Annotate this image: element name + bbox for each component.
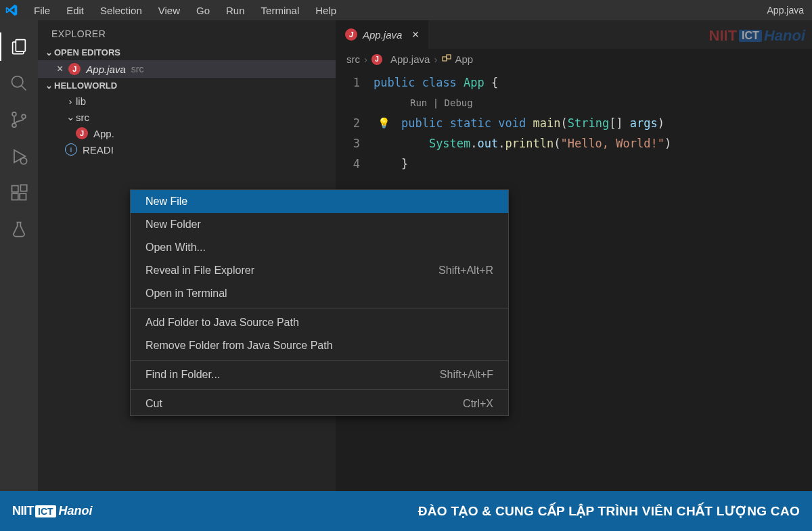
folder-label: lib xyxy=(76,95,86,107)
line-number: 2 xyxy=(336,113,374,133)
sidebar-title: EXPLORER xyxy=(38,20,336,45)
svg-point-5 xyxy=(22,114,26,118)
chevron-down-icon: ⌄ xyxy=(43,80,54,91)
workspace-name: HELLOWORLD xyxy=(54,80,117,91)
chevron-right-icon: › xyxy=(364,53,367,65)
svg-point-1 xyxy=(12,76,23,87)
editor-tab[interactable]: J App.java × xyxy=(336,20,428,49)
menubar: File Edit Selection View Go Run Terminal… xyxy=(0,0,812,20)
menu-help[interactable]: Help xyxy=(307,5,344,16)
footer-logo: NIIT ICT Hanoi xyxy=(12,504,93,518)
menu-edit[interactable]: Edit xyxy=(58,5,92,16)
svg-rect-12 xyxy=(443,57,447,61)
watermark-logo: NIIT ICT Hanoi xyxy=(709,27,805,45)
ctx-find-in-folder[interactable]: Find in Folder...Shift+Alt+F xyxy=(131,363,508,386)
svg-point-4 xyxy=(12,123,16,127)
class-symbol-icon xyxy=(441,53,452,66)
svg-rect-0 xyxy=(16,40,25,52)
ctx-reveal-explorer[interactable]: Reveal in File ExplorerShift+Alt+R xyxy=(131,259,508,282)
svg-rect-11 xyxy=(20,185,26,191)
open-editor-filename: App.java xyxy=(86,64,125,75)
java-file-icon: J xyxy=(371,54,382,65)
source-control-icon[interactable] xyxy=(9,110,29,130)
code-lens[interactable]: Run | Debug xyxy=(336,93,812,113)
folder-label: src xyxy=(76,112,89,123)
line-number: 1 xyxy=(336,72,374,93)
run-debug-icon[interactable] xyxy=(9,146,29,166)
workspace-header[interactable]: ⌄ HELLOWORLD xyxy=(38,78,336,93)
search-icon[interactable] xyxy=(9,73,29,93)
close-icon[interactable]: × xyxy=(57,63,63,75)
footer-text: ĐÀO TẠO & CUNG CẤP LẬP TRÌNH VIÊN CHẤT L… xyxy=(418,503,800,519)
line-number: 3 xyxy=(336,133,374,154)
context-menu: New File New Folder Open With... Reveal … xyxy=(130,189,509,416)
breadcrumb[interactable]: src › J App.java › App xyxy=(336,49,812,70)
close-icon[interactable]: × xyxy=(411,28,419,42)
open-editor-item[interactable]: × J App.java src xyxy=(38,60,336,78)
svg-line-2 xyxy=(22,86,26,91)
java-file-icon: J xyxy=(76,127,88,139)
menu-items: File Edit Selection View Go Run Terminal… xyxy=(26,5,344,16)
java-file-icon: J xyxy=(68,63,81,75)
chevron-down-icon: ⌄ xyxy=(65,111,76,123)
breadcrumb-file[interactable]: App.java xyxy=(390,53,430,65)
breadcrumb-class[interactable]: App xyxy=(455,53,473,65)
menu-selection[interactable]: Selection xyxy=(92,5,150,16)
menu-go[interactable]: Go xyxy=(188,5,218,16)
file-app-java[interactable]: J App. xyxy=(38,125,336,141)
breadcrumb-folder[interactable]: src xyxy=(346,53,360,65)
folder-src[interactable]: ⌄ src xyxy=(38,109,336,125)
svg-rect-8 xyxy=(12,186,18,192)
file-readme[interactable]: i READI xyxy=(38,141,336,158)
line-number: 4 xyxy=(336,154,374,174)
svg-marker-6 xyxy=(14,150,25,163)
chevron-right-icon: › xyxy=(434,53,437,65)
footer-banner: NIIT ICT Hanoi ĐÀO TẠO & CUNG CẤP LẬP TR… xyxy=(0,491,812,531)
ctx-cut[interactable]: CutCtrl+X xyxy=(131,392,508,415)
ctx-remove-source-path[interactable]: Remove Folder from Java Source Path xyxy=(131,334,508,357)
separator xyxy=(131,360,508,361)
separator xyxy=(131,308,508,308)
file-label: READI xyxy=(83,144,114,156)
menu-file[interactable]: File xyxy=(26,5,58,16)
menu-run[interactable]: Run xyxy=(218,5,253,16)
folder-lib[interactable]: › lib xyxy=(38,93,336,109)
lightbulb-icon[interactable]: 💡 xyxy=(378,113,390,133)
ctx-open-with[interactable]: Open With... xyxy=(131,236,508,259)
vscode-logo-icon xyxy=(5,4,18,16)
open-editors-label: OPEN EDITORS xyxy=(54,47,120,57)
chevron-right-icon: › xyxy=(65,95,76,107)
tab-filename: App.java xyxy=(363,29,402,41)
ctx-open-terminal[interactable]: Open in Terminal xyxy=(131,282,508,305)
activity-bar xyxy=(0,20,38,491)
chevron-down-icon: ⌄ xyxy=(43,47,54,57)
svg-rect-10 xyxy=(20,193,26,200)
ctx-new-folder[interactable]: New Folder xyxy=(131,213,508,236)
explorer-icon[interactable] xyxy=(9,37,29,57)
ctx-new-file[interactable]: New File xyxy=(131,190,508,213)
open-editor-location: src xyxy=(131,64,144,74)
svg-point-7 xyxy=(20,158,26,164)
svg-point-3 xyxy=(12,112,16,116)
window-title: App.java xyxy=(767,5,807,16)
menu-terminal[interactable]: Terminal xyxy=(253,5,308,16)
testing-icon[interactable] xyxy=(9,219,29,239)
menu-view[interactable]: View xyxy=(150,5,188,16)
separator xyxy=(131,389,508,390)
svg-rect-13 xyxy=(447,55,451,59)
svg-rect-9 xyxy=(12,193,18,200)
open-editors-header[interactable]: ⌄ OPEN EDITORS xyxy=(38,45,336,60)
java-file-icon: J xyxy=(345,28,357,41)
ctx-add-source-path[interactable]: Add Folder to Java Source Path xyxy=(131,311,508,334)
file-label: App. xyxy=(93,128,114,139)
info-icon: i xyxy=(65,143,77,156)
code-editor[interactable]: 1 public class App { Run | Debug 💡 2 pub… xyxy=(336,70,812,174)
extensions-icon[interactable] xyxy=(9,183,29,203)
